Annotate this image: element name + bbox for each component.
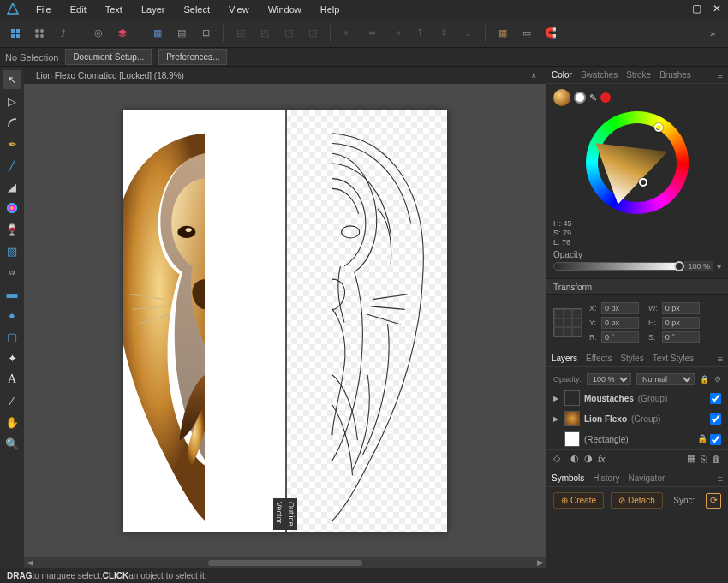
color-panel-menu-icon[interactable]: ≡ [718, 70, 723, 80]
menu-text[interactable]: Text [97, 2, 131, 17]
arrange-backward-icon[interactable]: ◰ [254, 23, 275, 44]
layers-gear-icon[interactable]: ⚙ [714, 375, 721, 384]
persona-export-icon[interactable]: ⤴ [53, 23, 74, 44]
snap-guides-icon[interactable]: ▤ [171, 23, 192, 44]
expand-icon[interactable]: ▶ [553, 395, 560, 402]
layer-edit-icon[interactable]: ◇ [553, 453, 560, 464]
layer-duplicate-icon[interactable]: ⎘ [701, 454, 707, 464]
preferences-button[interactable]: Preferences... [158, 49, 227, 65]
r-input[interactable] [601, 331, 639, 343]
ruler-toggle-icon[interactable]: ▭ [516, 23, 537, 44]
layer-visible-checkbox[interactable] [710, 434, 721, 445]
layer-row[interactable]: (Rectangle) 🔒 [546, 429, 728, 449]
menu-layer[interactable]: Layer [133, 2, 174, 17]
color-wheel[interactable] [586, 111, 689, 214]
w-input[interactable] [662, 302, 700, 314]
document-tab[interactable]: Lion Flexo Cromatico [Locked] (18.9%) [29, 68, 191, 83]
tab-color[interactable]: Color [552, 70, 572, 80]
layer-row[interactable]: ▶ Lion Flexo (Group) [546, 408, 728, 429]
arrange-back-icon[interactable]: ◱ [230, 23, 251, 44]
y-input[interactable] [601, 317, 639, 329]
tab-stroke[interactable]: Stroke [626, 70, 651, 80]
gradient-tool[interactable] [3, 199, 21, 217]
maximize-button[interactable]: ▢ [690, 3, 702, 15]
rectangle-tool[interactable]: ▬ [3, 284, 21, 303]
toolbar-target-icon[interactable]: ◎ [88, 23, 109, 44]
place-image-tool[interactable]: ▧ [3, 241, 21, 260]
ellipse-tool[interactable]: ● [3, 306, 21, 324]
tab-effects[interactable]: Effects [586, 354, 612, 363]
menu-file[interactable]: File [27, 2, 60, 17]
horizontal-scrollbar[interactable]: ◀▶ [24, 557, 546, 568]
align-bottom-icon[interactable]: ⤓ [457, 23, 478, 44]
arrange-forward-icon[interactable]: ◳ [278, 23, 299, 44]
h-input[interactable] [662, 317, 700, 329]
tab-layers[interactable]: Layers [552, 354, 577, 363]
stroke-swatch[interactable] [574, 92, 586, 104]
minimize-button[interactable]: — [670, 3, 682, 15]
fill-tool[interactable]: ◢ [3, 177, 21, 196]
align-left-icon[interactable]: ⇤ [337, 23, 358, 44]
star-tool[interactable]: ✦ [3, 348, 21, 367]
arrange-front-icon[interactable]: ◲ [302, 23, 323, 44]
eyedropper-icon[interactable]: ✎ [589, 92, 597, 104]
tab-brushes[interactable]: Brushes [659, 70, 691, 80]
corner-tool[interactable] [3, 113, 21, 132]
layers-panel-menu-icon[interactable]: ≡ [718, 354, 723, 364]
align-center-icon[interactable]: ⇔ [361, 23, 382, 44]
grid-toggle-icon[interactable]: ▦ [492, 23, 513, 44]
opacity-value[interactable]: 100 % [684, 261, 713, 271]
x-input[interactable] [601, 302, 639, 314]
tab-symbols[interactable]: Symbols [552, 473, 584, 483]
align-right-icon[interactable]: ⇥ [385, 23, 406, 44]
layer-delete-icon[interactable]: 🗑 [712, 454, 721, 464]
transform-anchor[interactable] [553, 308, 582, 337]
opacity-dropdown-icon[interactable]: ▾ [717, 262, 721, 271]
layer-add-icon[interactable]: ▦ [687, 453, 695, 464]
eyedropper-tool[interactable]: ∕ [3, 391, 21, 410]
symbol-create-button[interactable]: ⊕Create [553, 492, 604, 509]
rounded-rect-tool[interactable]: ▢ [3, 327, 21, 346]
toolbar-overflow-icon[interactable]: » [702, 23, 723, 44]
close-button[interactable]: ✕ [711, 3, 723, 15]
persona-designer-icon[interactable] [5, 23, 26, 44]
document-setup-button[interactable]: Document Setup... [65, 49, 152, 65]
menu-help[interactable]: Help [312, 2, 349, 17]
symbols-panel-menu-icon[interactable]: ≡ [718, 473, 723, 484]
expand-icon[interactable]: ▶ [553, 415, 560, 423]
menu-edit[interactable]: Edit [62, 2, 95, 17]
opacity-slider[interactable] [553, 262, 681, 271]
brush-tool[interactable]: ╱ [3, 156, 21, 175]
tab-text-styles[interactable]: Text Styles [653, 354, 694, 363]
menu-select[interactable]: Select [175, 2, 218, 17]
snap-grid-icon[interactable]: ▦ [147, 23, 168, 44]
pen-tool[interactable]: ✒ [3, 134, 21, 153]
menu-window[interactable]: Window [260, 2, 310, 17]
canvas[interactable]: Vector Outline [24, 84, 546, 557]
align-top-icon[interactable]: ⤒ [409, 23, 430, 44]
layer-visible-checkbox[interactable] [710, 393, 721, 404]
transparency-tool[interactable]: 🍷 [3, 220, 21, 239]
tab-swatches[interactable]: Swatches [581, 70, 618, 80]
s-input[interactable] [662, 331, 700, 343]
move-tool[interactable]: ↖ [3, 70, 21, 89]
menu-view[interactable]: View [220, 2, 258, 17]
snapping-toggle-icon[interactable]: 🧲 [540, 23, 561, 44]
node-tool[interactable]: ▷ [3, 92, 21, 110]
pan-tool[interactable]: ✋ [3, 413, 21, 431]
snap-bounds-icon[interactable]: ⊡ [195, 23, 216, 44]
layer-adjust-icon[interactable]: ◑ [584, 453, 593, 464]
toolbar-layers-icon[interactable] [112, 23, 133, 44]
crop-tool[interactable]: ⎃ [3, 263, 21, 282]
split-view-outline-label[interactable]: Outline [285, 498, 297, 530]
layer-opacity-select[interactable]: 100 % [587, 373, 631, 385]
tab-styles[interactable]: Styles [620, 354, 643, 363]
recent-color-swatch[interactable] [600, 92, 611, 103]
layer-fx-icon[interactable]: fx [598, 454, 606, 464]
split-view-vector-label[interactable]: Vector [273, 498, 285, 530]
symbol-detach-button[interactable]: ⊘Detach [611, 492, 663, 509]
layer-row[interactable]: ▶ Moustaches (Group) [546, 388, 728, 408]
persona-pixel-icon[interactable] [29, 23, 50, 44]
tab-history[interactable]: History [593, 473, 619, 483]
text-tool[interactable]: A [3, 370, 21, 389]
